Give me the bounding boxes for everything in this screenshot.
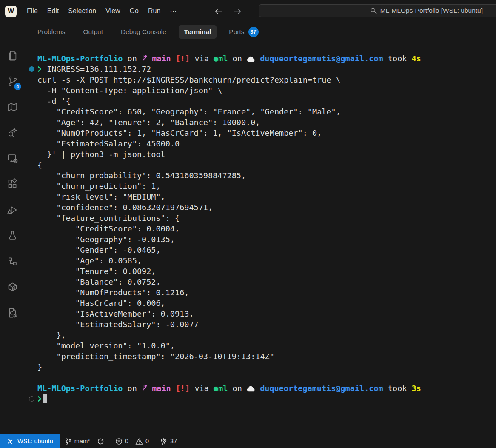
tab-ports[interactable]: Ports37	[223, 24, 264, 40]
terminal-text: on	[228, 384, 247, 393]
search-icon[interactable]	[2, 123, 23, 143]
menu-[interactable]: ⋯	[165, 5, 181, 17]
terminal-line: "EstimatedSalary": 45000.0	[37, 138, 496, 149]
terminal-text: [!]	[171, 384, 190, 393]
tab-label: Terminal	[184, 28, 211, 36]
terminal-text: "Age": 42, "Tenure": 2, "Balance": 10000…	[37, 118, 260, 127]
menu-run[interactable]: Run	[143, 5, 165, 17]
terminal-text: }' | python3 -m json.tool	[37, 150, 165, 159]
ports-badge: 37	[248, 27, 259, 37]
terminal-line: "Age": 0.0585,	[37, 255, 496, 266]
git-branch-status[interactable]: main*	[65, 438, 90, 445]
problems-status[interactable]: 0 0	[115, 438, 149, 445]
menu-go[interactable]: Go	[125, 5, 143, 17]
terminal-line: {	[37, 160, 496, 170]
terminal-text: "EstimatedSalary": -0.0077	[37, 320, 199, 329]
terminal-line: }	[37, 362, 496, 372]
terminal-line: },	[37, 330, 496, 340]
terminal-text: on	[228, 54, 247, 63]
terminal-text: "HasCrCard": 0.006,	[37, 299, 165, 308]
terminal-text: "Gender": -0.0465,	[37, 245, 161, 254]
activity-bar: 4	[0, 22, 25, 434]
terminal-line: "Age": 42, "Tenure": 2, "Balance": 10000…	[37, 117, 496, 128]
terminal-text: "risk_level": "MEDIUM",	[37, 192, 165, 201]
branch-label: main*	[74, 438, 90, 445]
terminal-text: 3s	[412, 384, 421, 393]
terminal-text: [!]	[171, 54, 190, 63]
terminal-text: "Balance": 0.0752,	[37, 277, 161, 286]
run-debug-icon[interactable]	[2, 200, 23, 220]
chev-icon	[37, 65, 42, 74]
title-bar: W FileEditSelectionViewGoRun⋯ ML-MLOps-P…	[0, 0, 496, 22]
command-center-search[interactable]: ML-MLOps-Portfolio [WSL: ubuntu]	[259, 4, 496, 17]
forward-arrow-icon[interactable]	[233, 8, 242, 15]
terminal-text: on	[123, 384, 142, 393]
explorer-icon[interactable]	[2, 45, 23, 66]
main-content: 4 ProblemsOutputDebug ConsoleTerminalPor…	[0, 22, 496, 434]
status-bar: WSL: ubuntu main* 0 0 37	[0, 434, 496, 448]
terminal-text: took	[383, 54, 412, 63]
menu-edit[interactable]: Edit	[43, 5, 64, 17]
app-logo[interactable]: W	[5, 6, 17, 17]
terminal-text: duqueortegamutis@gmail.com	[260, 384, 383, 393]
git-branch-icon	[142, 384, 147, 393]
testing-icon[interactable]	[2, 225, 23, 246]
tab-debug-console[interactable]: Debug Console	[115, 25, 172, 39]
sync-icon	[97, 438, 104, 445]
terminal-line: "risk_level": "MEDIUM",	[37, 191, 496, 202]
extensions-icon[interactable]	[2, 174, 23, 194]
branch-icon	[65, 438, 72, 445]
command-decoration-icon[interactable]	[29, 66, 34, 72]
bottom-panel: ProblemsOutputDebug ConsoleTerminalPorts…	[25, 22, 496, 434]
tab-output[interactable]: Output	[77, 25, 108, 39]
terminal-line: "prediction_timestamp": "2026-03-10T19:1…	[37, 351, 496, 362]
menu-view[interactable]: View	[101, 5, 125, 17]
command-decoration-icon[interactable]	[29, 396, 34, 402]
hierarchy-icon[interactable]	[2, 251, 23, 271]
terminal-text: "churn_probability": 0.5431603598847285,	[37, 171, 246, 180]
terminal-text: "prediction_timestamp": "2026-03-10T19:1…	[37, 352, 274, 361]
tab-problems[interactable]: Problems	[32, 25, 71, 39]
terminal-line: "feature_contributions": {	[37, 213, 496, 223]
terminal-line: "churn_probability": 0.5431603598847285,	[37, 170, 496, 181]
ports-count: 37	[170, 438, 177, 445]
terminal-cursor	[43, 394, 47, 403]
source-control-badge: 4	[14, 83, 21, 90]
terminal-text: took	[383, 384, 412, 393]
remote-label: WSL: ubuntu	[17, 438, 53, 445]
remote-indicator[interactable]: WSL: ubuntu	[0, 434, 60, 448]
terminal-text: "feature_contributions": {	[37, 214, 180, 223]
terminal-output[interactable]: ML-MLOps-Portfolio on main [!] via ●ml o…	[25, 42, 496, 434]
cloud-icon	[247, 384, 255, 393]
terminal-line: "EstimatedSalary": -0.0077	[37, 319, 496, 330]
remote-explorer-icon[interactable]	[2, 148, 23, 168]
terminal-text: "churn_prediction": 1,	[37, 182, 161, 191]
source-control-icon[interactable]: 4	[2, 71, 23, 91]
warning-count: 0	[145, 438, 149, 445]
terminal-text: -d '{	[37, 97, 71, 106]
terminal-text	[255, 54, 260, 63]
terminal-text: "CreditScore": 650, "Geography": "France…	[37, 107, 341, 116]
tab-label: Problems	[37, 28, 65, 36]
menu-file[interactable]: File	[22, 5, 43, 17]
terminal-line: "model_version": "1.0.0",	[37, 340, 496, 351]
container-icon[interactable]	[2, 277, 23, 297]
terminal-text: via	[190, 54, 214, 63]
map-icon[interactable]	[2, 97, 23, 117]
ports-status[interactable]: 37	[160, 438, 177, 445]
terminal-line: "HasCrCard": 0.006,	[37, 298, 496, 308]
tab-terminal[interactable]: Terminal	[179, 25, 217, 39]
terminal-line	[37, 394, 496, 404]
terminal-line: "Tenure": 0.0092,	[37, 266, 496, 277]
sync-button[interactable]	[97, 438, 104, 445]
tab-label: Output	[83, 28, 103, 36]
terminal-line: "CreditScore": 0.0004,	[37, 223, 496, 234]
terminal-text: ML-MLOps-Portfolio	[37, 54, 123, 63]
menu-selection[interactable]: Selection	[63, 5, 101, 17]
terminal-line: -H "Content-Type: application/json" \	[37, 85, 496, 96]
terminal-text: 4s	[412, 54, 421, 63]
back-arrow-icon[interactable]	[214, 8, 223, 15]
terminal-text: ML-MLOps-Portfolio	[37, 384, 123, 393]
runner-config-icon[interactable]	[2, 302, 23, 323]
radio-tower-icon	[160, 438, 168, 445]
